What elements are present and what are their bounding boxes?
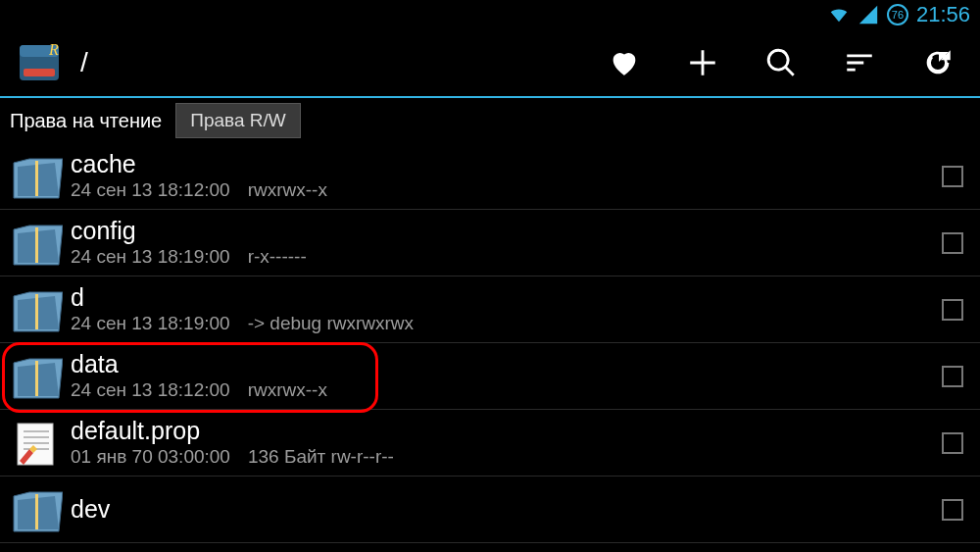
item-text: config24 сен 13 18:19:00r-x------ (67, 218, 935, 269)
item-checkbox[interactable] (935, 432, 970, 454)
item-name: cache (71, 151, 935, 178)
item-date: 24 сен 13 18:12:00 (71, 179, 230, 201)
permission-read-label: Права на чтение (10, 110, 162, 132)
folder-icon (0, 286, 67, 333)
item-meta: 01 янв 70 03:00:00136 Байт rw-r--r-- (71, 446, 935, 468)
list-item[interactable]: default.prop01 янв 70 03:00:00136 Байт r… (0, 410, 980, 477)
item-name: dev (71, 496, 935, 524)
item-text: default.prop01 янв 70 03:00:00136 Байт r… (67, 418, 935, 469)
item-meta: 24 сен 13 18:12:00rwxrwx--x (71, 379, 935, 401)
file-list: cache24 сен 13 18:12:00rwxrwx--xconfig24… (0, 143, 980, 543)
item-date: 24 сен 13 18:12:00 (71, 379, 230, 401)
item-name: config (71, 218, 935, 245)
item-text: cache24 сен 13 18:12:00rwxrwx--x (67, 151, 935, 202)
current-path[interactable]: / (80, 47, 608, 78)
file-icon (0, 420, 67, 467)
item-checkbox[interactable] (935, 166, 970, 187)
action-icons (608, 46, 964, 79)
folder-icon (0, 153, 67, 200)
list-item[interactable]: cache24 сен 13 18:12:00rwxrwx--x (0, 143, 980, 210)
action-bar: R / (0, 29, 980, 98)
item-meta: 24 сен 13 18:19:00-> debug rwxrwxrwx (71, 313, 935, 334)
refresh-icon[interactable] (921, 46, 955, 79)
permission-rw-button[interactable]: Права R/W (175, 103, 300, 138)
battery-percent: 76 (892, 9, 904, 21)
svg-rect-2 (24, 69, 55, 76)
item-perm: rwxrwx--x (248, 379, 327, 401)
add-icon[interactable] (686, 46, 719, 79)
permission-row: Права на чтение Права R/W (0, 98, 980, 143)
folder-icon (0, 486, 67, 533)
item-checkbox[interactable] (935, 232, 970, 254)
item-checkbox[interactable] (935, 499, 970, 521)
list-item[interactable]: config24 сен 13 18:19:00r-x------ (0, 210, 980, 276)
list-item[interactable]: d24 сен 13 18:19:00-> debug rwxrwxrwx (0, 276, 980, 343)
status-bar: 76 21:56 (0, 0, 980, 29)
item-text: data24 сен 13 18:12:00rwxrwx--x (67, 351, 935, 402)
item-text: d24 сен 13 18:19:00-> debug rwxrwxrwx (67, 284, 935, 335)
clock: 21:56 (916, 2, 970, 27)
item-perm: rwxrwx--x (248, 179, 327, 201)
folder-icon (0, 220, 67, 267)
list-item[interactable]: dev (0, 477, 980, 543)
search-icon[interactable] (764, 46, 798, 79)
app-icon[interactable]: R (16, 39, 63, 86)
item-checkbox[interactable] (935, 299, 970, 321)
item-perm: -> debug rwxrwxrwx (248, 313, 414, 334)
item-name: data (71, 351, 935, 378)
item-name: default.prop (71, 418, 935, 445)
item-meta: 24 сен 13 18:19:00r-x------ (71, 246, 935, 268)
item-perm: r-x------ (248, 246, 307, 268)
wifi-icon (828, 4, 850, 25)
battery-icon: 76 (887, 4, 908, 25)
folder-icon (0, 353, 67, 400)
item-checkbox[interactable] (935, 366, 970, 387)
svg-text:R: R (48, 41, 59, 58)
item-date: 01 янв 70 03:00:00 (71, 446, 230, 468)
sort-icon[interactable] (843, 46, 876, 79)
item-text: dev (67, 496, 935, 524)
item-perm: 136 Байт rw-r--r-- (248, 446, 394, 468)
item-meta: 24 сен 13 18:12:00rwxrwx--x (71, 179, 935, 201)
favorite-icon[interactable] (608, 46, 641, 79)
list-item[interactable]: data24 сен 13 18:12:00rwxrwx--x (0, 343, 980, 410)
item-name: d (71, 284, 935, 312)
item-date: 24 сен 13 18:19:00 (71, 246, 230, 268)
signal-icon (858, 4, 879, 25)
item-date: 24 сен 13 18:19:00 (71, 313, 230, 334)
